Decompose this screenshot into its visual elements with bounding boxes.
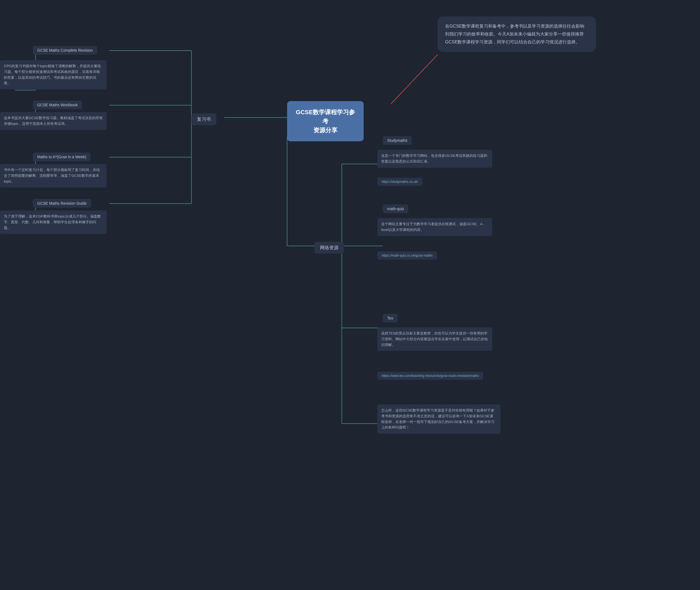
conclusion-text: 怎么样，这些GCSE数学课程学习资源是不是对你很有用呢？如果对于参考书和资源的选…: [377, 404, 500, 434]
resource1-url: https://studymaths.co.uk/: [377, 178, 423, 186]
resource3-desc: 虽然TES的受众目标主要是教师，但也可以为学生提供一些有用的学习资料。网站中大部…: [377, 327, 492, 351]
resource3-url: https://www.tes.com/teaching-resources/g…: [377, 372, 483, 380]
book2-title: GCSE Maths Workbook: [33, 101, 82, 109]
branch-fuxi-label: 复习书: [191, 113, 216, 125]
resource2-desc: 这个网站主要专注于为数学学习者提供在线测试，涵盖GCSE、A-level以及大学…: [377, 218, 492, 236]
book1-title: GCSE Maths Complete Revision: [33, 46, 97, 55]
book2-desc: 这本书提供大量GCSE数学练习题。教材涵盖了考试涉及的所有关键topic，适用于…: [0, 112, 107, 130]
intro-text: 在GCSE数学课程复习和备考中，参考书以及学习资源的选择往往会影响到我们学习的效…: [445, 24, 584, 44]
resource1-title: Studymaths: [383, 136, 412, 145]
book1-desc: CPG的复习书籍对每个topic都做了清晰的解释，并提供大量练习题。每个部分都有…: [0, 60, 107, 89]
resource3-title: Tes: [383, 314, 398, 322]
branch-wangluo-label: 网络资源: [315, 242, 344, 254]
book4-desc: 为了便于理解，这本CGP教科书将topic分成几个部分。涵盖数字、图形、代数、几…: [0, 210, 107, 234]
central-node: GCSE数学课程学习参考资源分享: [287, 101, 364, 141]
intro-box: 在GCSE数学课程复习和备考中，参考书以及学习资源的选择往往会影响到我们学习的效…: [438, 16, 596, 52]
book4-title: GCSE Maths Revision Guide: [33, 199, 91, 208]
svg-line-0: [391, 55, 438, 104]
resource2-url: https://math-quiz.co.uk/gcse-maths: [377, 252, 437, 260]
resource2-title: math-quiz: [383, 204, 408, 213]
book3-title: Maths to A*(Gcse in a Week): [33, 153, 90, 161]
book3-desc: 书中有一个定时复习计划，每个部分都标明了复习时间，并结合了简明扼要的解释、流程图…: [0, 164, 107, 187]
resource1-desc: 这是一个专门的数学学习网站，包含很多GCSE考试风格的练习题和答案以及熟悉的公式…: [377, 150, 492, 168]
mindmap-container: GCSE数学课程学习参考资源分享 在GCSE数学课程复习和备考中，参考书以及学习…: [0, 0, 700, 590]
